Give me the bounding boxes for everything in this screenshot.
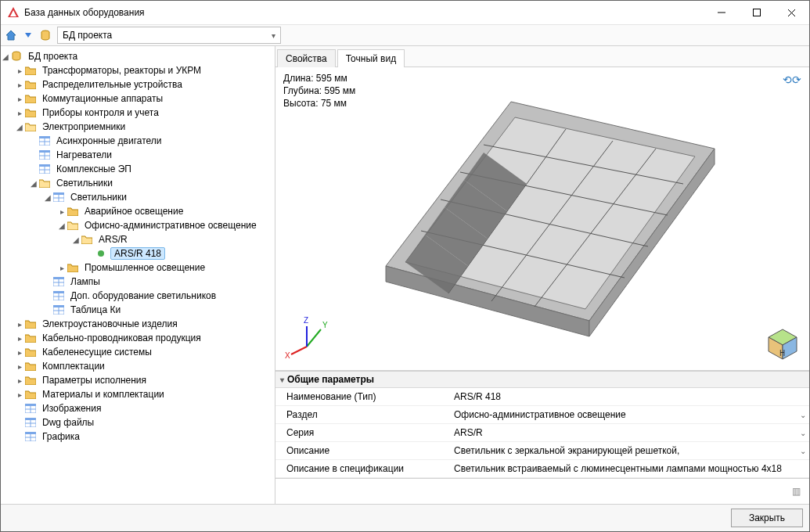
folder-icon — [67, 205, 79, 217]
svg-point-26 — [98, 250, 104, 257]
tree-item[interactable]: ◢Светильники — [1, 176, 275, 190]
tree-item[interactable]: ▸Промышленное освещение — [1, 261, 275, 275]
folder-icon — [67, 261, 79, 274]
tree-item[interactable]: ▸Распределительные устройства — [1, 77, 275, 92]
tree-item-selected[interactable]: ARS/R 418 — [1, 246, 275, 261]
param-row[interactable]: РазделОфисно-административное освещение⌄ — [275, 406, 809, 424]
tree-item[interactable]: ◢Офисно-административное освещение — [1, 218, 275, 232]
close-button[interactable] — [774, 1, 809, 24]
dim-depth: Глубина: 595 мм — [283, 84, 355, 97]
svg-marker-7 — [25, 33, 31, 38]
svg-marker-6 — [6, 31, 16, 40]
table-icon — [52, 191, 65, 203]
folder-open-icon — [38, 177, 51, 189]
window-title: База данных оборудования — [24, 7, 704, 18]
params-panel: ▾Общие параметры Наименование (Тип)ARS/R… — [275, 371, 809, 478]
tree-item[interactable]: ▸Приборы контроля и учета — [1, 106, 275, 120]
param-row[interactable]: Наименование (Тип)ARS/R 418 — [275, 388, 809, 406]
folder-icon — [24, 106, 37, 119]
tab-properties[interactable]: Свойства — [277, 49, 336, 67]
tree-item[interactable]: ▸Коммутационные аппараты — [1, 92, 275, 106]
table-icon — [52, 289, 65, 302]
table-icon — [52, 304, 65, 316]
folder-icon — [24, 374, 37, 386]
tree-item[interactable]: Таблица Ки — [1, 303, 275, 317]
tree-item[interactable]: ▸Параметры исполнения — [1, 373, 275, 387]
database-icon — [10, 50, 23, 63]
chevron-down-icon: ▾ — [280, 376, 284, 384]
folder-icon — [24, 388, 37, 401]
rotate-icon[interactable]: ⟲⟳ — [783, 74, 801, 86]
tree-item[interactable]: ▸Комплектации — [1, 359, 275, 373]
tree-panel[interactable]: ◢БД проекта ▸Трансформаторы, реакторы и … — [1, 46, 275, 504]
tree-item[interactable]: ▸Аварийное освещение — [1, 204, 275, 218]
folder-icon — [24, 78, 37, 91]
view-area: Длина: 595 мм Глубина: 595 мм Высота: 75… — [275, 67, 809, 504]
tree-root[interactable]: ◢БД проекта — [1, 49, 275, 63]
grip-icon[interactable]: ▥ — [792, 486, 801, 497]
titlebar: База данных оборудования — [1, 1, 809, 24]
tree-item[interactable]: Асинхронные двигатели — [1, 134, 275, 148]
chevron-down-icon[interactable]: ⌄ — [800, 429, 806, 437]
params-header[interactable]: ▾Общие параметры — [275, 372, 809, 388]
down-arrow-icon[interactable] — [21, 28, 35, 42]
tree-item[interactable]: Нагреватели — [1, 148, 275, 162]
svg-rect-3 — [753, 9, 760, 16]
database-select[interactable]: БД проекта ▾ — [57, 27, 281, 44]
tab-exact-view[interactable]: Точный вид — [337, 49, 405, 67]
chevron-down-icon: ▾ — [272, 31, 275, 40]
table-icon — [38, 135, 51, 147]
tree-item[interactable]: Доп. оборудование светильников — [1, 289, 275, 303]
footer: Закрыть — [1, 504, 809, 531]
svg-line-68 — [307, 329, 321, 347]
tree-item[interactable]: ▸Кабеленесущие системы — [1, 345, 275, 359]
toolbar: БД проекта ▾ — [1, 24, 809, 46]
svg-line-66 — [291, 347, 307, 354]
tree-item[interactable]: ▸Кабельно-проводниковая продукция — [1, 331, 275, 345]
table-icon — [38, 149, 51, 161]
folder-icon — [24, 360, 37, 372]
database-icon[interactable] — [38, 28, 52, 42]
folder-open-icon — [24, 120, 37, 133]
tree-item[interactable]: Комплексные ЭП — [1, 162, 275, 176]
folder-icon — [24, 318, 37, 330]
right-panel: Свойства Точный вид Длина: 595 мм Глубин… — [275, 46, 809, 504]
param-row[interactable]: СерияARS/R⌄ — [275, 424, 809, 442]
tree-item[interactable]: Лампы — [1, 275, 275, 289]
svg-text:Z: Z — [304, 316, 308, 325]
table-icon — [52, 275, 65, 288]
tree-item[interactable]: ▸Трансформаторы, реакторы и УКРМ — [1, 63, 275, 77]
dim-height: Высота: 75 мм — [283, 97, 355, 110]
svg-text:H: H — [779, 349, 785, 358]
extra-toolbar: ▥ — [275, 478, 809, 504]
chevron-down-icon[interactable]: ⌄ — [800, 411, 806, 419]
param-row[interactable]: Описание в спецификацииСветильник встраи… — [275, 460, 809, 478]
tree-item[interactable]: Изображения — [1, 401, 275, 415]
maximize-button[interactable] — [739, 1, 774, 24]
table-icon — [38, 163, 51, 175]
tabs: Свойства Точный вид — [275, 46, 809, 67]
app-window: База данных оборудования БД проекта ▾ ◢Б… — [0, 0, 810, 532]
folder-icon — [24, 92, 37, 105]
body: ◢БД проекта ▸Трансформаторы, реакторы и … — [1, 46, 809, 504]
view-cube[interactable]: H — [764, 325, 801, 362]
table-icon — [24, 430, 37, 443]
svg-text:X: X — [285, 351, 290, 360]
database-select-value: БД проекта — [63, 30, 112, 41]
tree-item[interactable]: ◢Электроприемники — [1, 120, 275, 134]
minimize-button[interactable] — [704, 1, 739, 24]
preview-3d[interactable]: Длина: 595 мм Глубина: 595 мм Высота: 75… — [275, 67, 809, 371]
close-dialog-button[interactable]: Закрыть — [731, 509, 803, 527]
param-row[interactable]: ОписаниеСветильник с зеркальной экраниру… — [275, 442, 809, 460]
tree-item[interactable]: ▸Электроустановочные изделия — [1, 317, 275, 331]
chevron-down-icon[interactable]: ⌄ — [800, 447, 806, 455]
tree-item[interactable]: Dwg файлы — [1, 415, 275, 430]
tree-item[interactable]: ◢Светильники — [1, 190, 275, 204]
folder-open-icon — [67, 219, 79, 232]
svg-text:Y: Y — [322, 321, 328, 329]
home-icon[interactable] — [4, 28, 18, 42]
tree-item[interactable]: ◢ARS/R — [1, 232, 275, 246]
tree-item[interactable]: Графика — [1, 430, 275, 444]
dimensions: Длина: 595 мм Глубина: 595 мм Высота: 75… — [283, 72, 355, 110]
tree-item[interactable]: ▸Материалы и комплектации — [1, 387, 275, 401]
